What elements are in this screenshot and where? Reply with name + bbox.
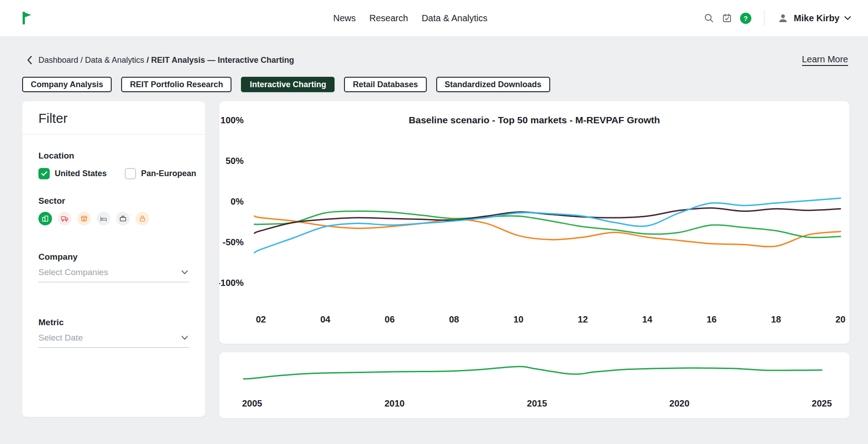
company-label: Company <box>38 252 189 262</box>
company-select-placeholder: Select Companies <box>38 267 108 277</box>
chevron-down-icon <box>181 336 188 340</box>
avatar-icon <box>777 12 789 24</box>
x-axis-tick: 08 <box>449 314 459 324</box>
x-axis-tick: 2015 <box>527 398 547 408</box>
breadcrumb-row: Dashboard / Data & Analytics / REIT Anal… <box>27 54 848 66</box>
y-axis-tick: 50% <box>226 156 244 166</box>
sector-options <box>38 212 189 225</box>
top-bar-actions: ? Mike Kirby <box>704 0 851 36</box>
y-axis-tick: 100% <box>221 115 244 125</box>
y-axis-tick: -100% <box>219 278 244 288</box>
tab-retail-databases[interactable]: Retail Databases <box>344 77 426 92</box>
divider <box>764 10 764 26</box>
location-label: Location <box>38 151 189 161</box>
calendar-icon[interactable] <box>722 13 732 23</box>
tab-company-analysis[interactable]: Company Analysis <box>22 77 112 92</box>
checkbox-pan-european[interactable]: Pan-European <box>125 168 196 179</box>
x-axis-tick: 16 <box>707 314 717 324</box>
user-menu[interactable]: Mike Kirby <box>777 12 851 24</box>
section-tabs: Company Analysis REIT Portfolio Research… <box>22 77 550 92</box>
back-chevron-icon[interactable] <box>27 56 32 64</box>
sector-label: Sector <box>38 196 189 206</box>
blue-series <box>255 198 840 253</box>
chevron-down-icon <box>181 270 188 275</box>
x-axis-tick: 12 <box>578 314 588 324</box>
x-axis-tick: 2010 <box>384 398 405 408</box>
filter-title: Filter <box>22 101 205 134</box>
nav-news[interactable]: News <box>333 13 356 23</box>
help-icon[interactable]: ? <box>740 13 751 24</box>
main-chart: 100%50%0%-50%-100%02040608101214161820 <box>219 101 849 344</box>
overview-chart[interactable]: 20052010201520202025 <box>219 352 849 418</box>
briefcase-icon[interactable] <box>116 212 130 225</box>
y-axis-tick: -50% <box>222 237 244 247</box>
search-icon[interactable] <box>704 13 714 23</box>
brand-logo[interactable] <box>20 10 33 28</box>
breadcrumb: Dashboard / Data & Analytics / REIT Anal… <box>38 56 294 65</box>
storefront-icon[interactable] <box>77 212 91 225</box>
nav-research[interactable]: Research <box>369 13 408 23</box>
x-axis-tick: 2020 <box>670 398 690 408</box>
x-axis-tick: 10 <box>514 314 524 324</box>
primary-nav: News Research Data & Analytics <box>333 0 487 36</box>
tab-reit-portfolio-research[interactable]: REIT Portfolio Research <box>121 77 231 92</box>
checkbox-label: Pan-European <box>141 169 196 178</box>
tab-standardized-downloads[interactable]: Standardized Downloads <box>436 77 550 92</box>
breadcrumb-current: / REIT Analysis — Interactive Charting <box>146 56 294 65</box>
x-axis-tick: 04 <box>320 314 330 324</box>
lodging-bed-icon[interactable] <box>97 212 110 225</box>
learn-more-link[interactable]: Learn More <box>802 54 848 66</box>
check-icon <box>41 171 47 176</box>
filter-body: Location United States Pan-European Sect… <box>22 135 205 348</box>
breadcrumb-prefix[interactable]: Dashboard / Data & Analytics <box>38 56 146 65</box>
x-axis-tick: 06 <box>385 314 395 324</box>
office-building-icon[interactable] <box>38 212 52 225</box>
checkbox-label: United States <box>55 169 107 178</box>
metric-label: Metric <box>38 318 189 327</box>
location-options: United States Pan-European <box>38 168 189 179</box>
truck-icon[interactable] <box>58 212 71 225</box>
x-axis-tick: 20 <box>835 314 845 324</box>
company-select[interactable]: Select Companies <box>38 265 189 282</box>
x-axis-tick: 14 <box>642 314 653 324</box>
tab-interactive-charting[interactable]: Interactive Charting <box>241 77 335 92</box>
y-axis-tick: 0% <box>231 196 244 206</box>
overview-green-series <box>244 366 822 379</box>
x-axis-tick: 2005 <box>242 398 262 408</box>
main-chart-card: Baseline scenario - Top 50 markets - M-R… <box>219 101 849 344</box>
nav-data-analytics[interactable]: Data & Analytics <box>422 13 488 23</box>
checkbox-box <box>125 168 136 179</box>
top-bar: News Research Data & Analytics ? <box>0 0 868 36</box>
overview-chart-card: 20052010201520202025 <box>219 352 849 418</box>
metric-select[interactable]: Select Date <box>38 330 189 348</box>
x-axis-tick: 18 <box>771 314 781 324</box>
filter-panel: Filter Location United States Pan-Europe… <box>22 101 205 417</box>
chevron-down-icon <box>844 16 851 20</box>
metric-select-placeholder: Select Date <box>38 333 83 343</box>
checkbox-united-states[interactable]: United States <box>38 168 107 179</box>
checkbox-box <box>38 168 50 179</box>
x-axis-tick: 02 <box>256 314 266 324</box>
storage-lock-icon[interactable] <box>136 212 149 225</box>
user-name: Mike Kirby <box>794 13 840 23</box>
x-axis-tick: 2025 <box>812 398 832 408</box>
